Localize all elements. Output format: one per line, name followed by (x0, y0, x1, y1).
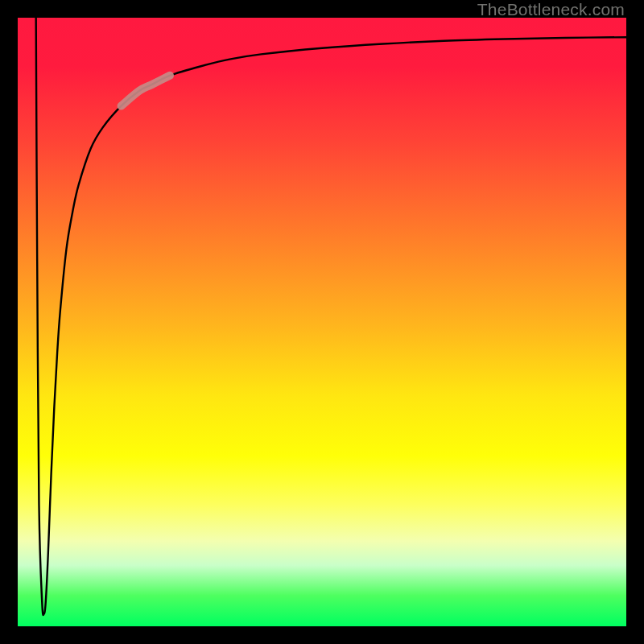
chart-frame: TheBottleneck.com (0, 0, 644, 644)
plot-area (18, 18, 626, 626)
watermark-text: TheBottleneck.com (477, 0, 625, 19)
curve-svg (18, 18, 626, 626)
highlight-segment (122, 76, 170, 106)
